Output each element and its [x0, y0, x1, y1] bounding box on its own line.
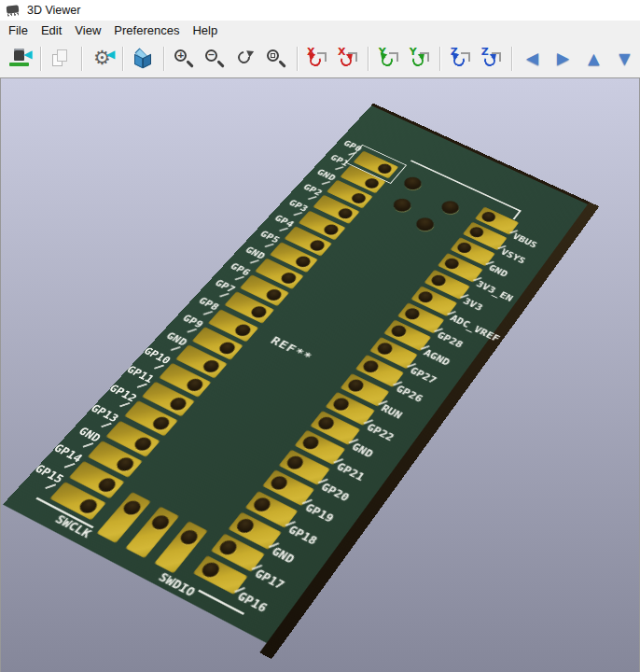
- window-title: 3D Viewer: [27, 4, 80, 17]
- board-edge-top: [371, 104, 591, 205]
- silk-label-gp27: GP27: [407, 365, 438, 387]
- silkscreen-line-top: [410, 160, 522, 211]
- silk-label-run: RUN: [378, 402, 404, 422]
- menu-edit[interactable]: Edit: [35, 21, 68, 39]
- title-bar: 3D Viewer: [0, 0, 640, 21]
- toolbar-button-reload-board[interactable]: [6, 44, 35, 74]
- toolbar-separator: [163, 47, 164, 71]
- silk-label-gp13: GP13: [87, 401, 121, 425]
- toolbar-button-redraw[interactable]: [231, 44, 260, 74]
- silk-label-gp28: GP28: [434, 329, 465, 351]
- rotate-y-ccw-icon: [378, 48, 400, 70]
- toolbar-button-zoom-out[interactable]: [201, 44, 230, 74]
- menu-preferences[interactable]: Preferences: [107, 21, 186, 39]
- toolbar-button-copy-image[interactable]: [47, 44, 76, 74]
- orthographic-cube-icon: [132, 48, 154, 70]
- render-options-icon: [90, 48, 113, 70]
- toolbar-separator: [122, 47, 123, 71]
- rotate-z-ccw-icon: [450, 48, 472, 70]
- zoom-fit-icon: [265, 48, 287, 70]
- copy-image-icon: [49, 48, 72, 70]
- rotate-x-cw-icon: [337, 48, 359, 70]
- toolbar-button-pan-up[interactable]: [579, 44, 608, 74]
- toolbar-separator: [81, 47, 82, 71]
- toolbar-button-render-options[interactable]: [88, 44, 117, 74]
- silk-label-gp26: GP26: [393, 384, 425, 406]
- silk-label-gp14: GP14: [50, 441, 86, 466]
- silk-label-gp15: GP15: [31, 462, 67, 487]
- menu-help[interactable]: Help: [186, 21, 224, 39]
- silk-label-gnd: GND: [486, 263, 510, 280]
- silk-label-agnd: AGND: [421, 347, 452, 369]
- toolbar-separator: [40, 47, 41, 71]
- pan-up-icon: [582, 48, 605, 70]
- zoom-in-icon: [173, 48, 195, 70]
- rotate-y-cw-icon: [409, 48, 431, 70]
- toolbar-button-zoom-in[interactable]: [170, 44, 199, 74]
- toolbar-button-orthographic-cube[interactable]: [129, 44, 158, 74]
- toolbar-button-pan-down[interactable]: [610, 44, 639, 74]
- toolbar-button-pan-right[interactable]: [549, 44, 577, 74]
- reference-text: REF**: [260, 330, 323, 368]
- menu-file[interactable]: File: [2, 21, 35, 39]
- silk-label-gp20: GP20: [317, 481, 352, 505]
- toolbar-button-zoom-fit[interactable]: [262, 44, 291, 74]
- toolbar-button-rotate-z-cw[interactable]: [477, 44, 506, 74]
- silk-label-3v3: 3V3: [461, 296, 485, 314]
- silk-label-vsys: VSYS: [498, 247, 528, 267]
- toolbar-separator: [439, 47, 440, 71]
- pan-right-icon: [552, 48, 575, 70]
- silk-label-gp17: GP17: [251, 567, 287, 593]
- toolbar-button-rotate-y-cw[interactable]: [405, 44, 434, 74]
- silk-label-gnd: GND: [349, 441, 376, 461]
- board-edge-right: [259, 202, 599, 659]
- silk-label-gp22: GP22: [364, 421, 397, 444]
- chip-icon-legs: [7, 12, 19, 16]
- menu-view[interactable]: View: [68, 21, 107, 39]
- menu-bar: File Edit View Preferences Help: [0, 21, 640, 39]
- silk-label-gp11: GP11: [123, 364, 157, 386]
- silk-label-gp21: GP21: [333, 460, 367, 484]
- app-icon: [6, 4, 21, 17]
- toolbar: [0, 39, 640, 77]
- pan-down-icon: [613, 48, 635, 70]
- pan-left-icon: [522, 48, 544, 70]
- silk-label-swdio: SWDIO: [155, 570, 199, 600]
- silk-label-gp10: GP10: [140, 345, 174, 368]
- silkscreen-line-top-elbow: [513, 210, 522, 219]
- mounting-hole-4: [413, 216, 438, 233]
- toolbar-button-rotate-z-ccw[interactable]: [446, 44, 475, 74]
- reload-board-icon: [8, 48, 31, 70]
- silk-label-vbus: VBUS: [510, 231, 539, 251]
- toolbar-button-rotate-x-ccw[interactable]: [303, 44, 332, 74]
- rotate-z-cw-icon: [480, 48, 503, 70]
- silk-label-gnd: GND: [269, 544, 298, 567]
- toolbar-separator: [368, 47, 369, 71]
- zoom-out-icon: [203, 48, 226, 70]
- toolbar-button-rotate-x-cw[interactable]: [333, 44, 362, 74]
- toolbar-separator: [297, 47, 298, 71]
- mounting-hole-3: [438, 199, 462, 217]
- silk-label-gp19: GP19: [301, 501, 336, 526]
- rotate-x-ccw-icon: [306, 48, 328, 70]
- silk-label-gp18: GP18: [285, 523, 321, 548]
- toolbar-button-rotate-y-ccw[interactable]: [374, 44, 403, 74]
- toolbar-separator: [511, 47, 512, 71]
- redraw-icon: [234, 48, 257, 70]
- mounting-hole-1: [401, 175, 424, 192]
- pcb-board: GP0GP1GNDGP2GP3GP4GP5GNDGP6GP7GP8GP9GNDG…: [3, 105, 588, 643]
- 3d-viewport[interactable]: GP0GP1GNDGP2GP3GP4GP5GNDGP6GP7GP8GP9GNDG…: [0, 77, 640, 672]
- 3d-viewer-window: 3D Viewer File Edit View Preferences Hel…: [0, 0, 640, 672]
- mounting-hole-2: [390, 196, 414, 214]
- silk-label-gp12: GP12: [105, 383, 140, 406]
- toolbar-button-pan-left[interactable]: [518, 44, 547, 74]
